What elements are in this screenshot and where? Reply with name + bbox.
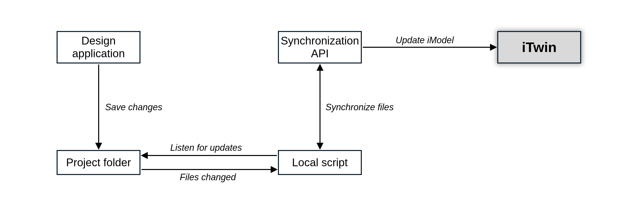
node-itwin: iTwin xyxy=(497,31,581,64)
node-label: iTwin xyxy=(522,39,557,55)
edge-label-save-changes: Save changes xyxy=(105,102,162,112)
node-local-script: Local script xyxy=(278,150,362,175)
node-label: Local script xyxy=(292,156,348,169)
node-label: Synchronization API xyxy=(281,34,359,60)
node-synchronization-api: Synchronization API xyxy=(278,31,362,64)
edge-label-files-changed: Files changed xyxy=(180,172,236,182)
node-label: Project folder xyxy=(66,156,131,169)
node-label: Design application xyxy=(62,34,135,60)
edge-label-synchronize-files: Synchronize files xyxy=(326,102,394,112)
node-design-application: Design application xyxy=(57,31,140,64)
edge-label-update-imodel: Update iModel xyxy=(396,35,454,46)
edge-label-listen-for-updates: Listen for updates xyxy=(170,142,242,153)
node-project-folder: Project folder xyxy=(57,150,140,175)
